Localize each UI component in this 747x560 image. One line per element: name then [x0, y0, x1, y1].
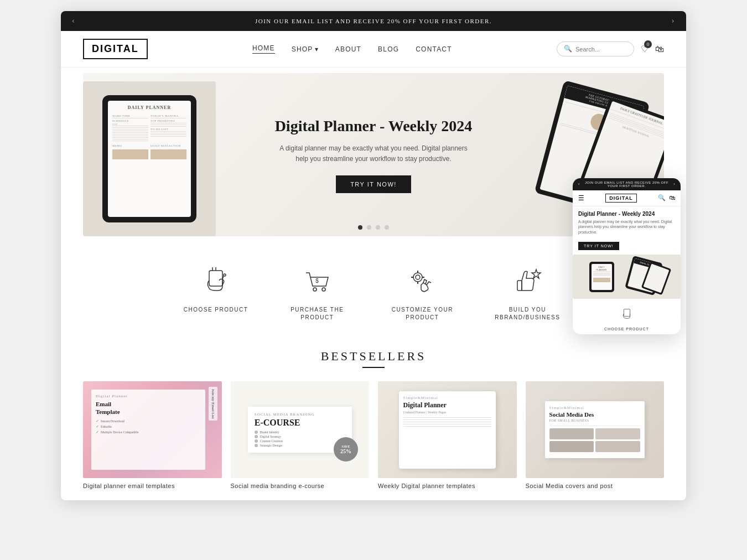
svg-point-6: [322, 288, 325, 291]
product-card-2[interactable]: Social Media Branding E-COURSE Brand Ide…: [231, 381, 370, 489]
shopping-cart-icon: $: [299, 264, 335, 299]
mobile-step-label: CHOOSE PRODUCT: [604, 327, 649, 331]
thumbs-up-star-icon: [510, 264, 545, 299]
nav-blog[interactable]: BLOG: [378, 45, 399, 53]
step-purchase-label: PURCHASE THE PRODUCT: [281, 306, 353, 322]
nav-contact[interactable]: CONTACT: [416, 45, 452, 53]
bestsellers-section: BESTSELLERS SALE Digital Planner EmailTe…: [61, 333, 686, 500]
product-name-3: Weekly Digital planner templates: [378, 483, 517, 489]
cart-button[interactable]: 🛍: [655, 44, 664, 54]
cart-icon: 🛍: [655, 44, 664, 54]
nav-about[interactable]: ABOUT: [335, 45, 361, 53]
mobile-hero-title: Digital Planner - Weekly 2024: [578, 211, 675, 217]
hero-title: Digital Planner - Weekly 2024: [274, 116, 473, 136]
search-input[interactable]: [575, 46, 631, 53]
nav-shop[interactable]: SHOP ▾: [292, 45, 319, 53]
svg-text:$: $: [316, 278, 319, 284]
hero-content: Digital Planner - Weekly 2024 A digital …: [274, 116, 473, 193]
mobile-hero-image: EMAIL GUIDE DAILY PLANNER: [573, 255, 681, 299]
mobile-nav: ☰ DIGITAL 🔍 🛍: [573, 190, 681, 206]
product-image-2: Social Media Branding E-COURSE Brand Ide…: [231, 381, 370, 478]
step-customize-label: CUSTOMIZE YOUR PRODUCT: [386, 306, 458, 322]
product-image-1: SALE Digital Planner EmailTemplate ✓ Ins…: [83, 381, 222, 478]
hero-cta-button[interactable]: TRY IT NOW!: [336, 175, 411, 193]
mobile-cart-icon[interactable]: 🛍: [669, 194, 675, 201]
slider-dot-3[interactable]: [376, 225, 380, 230]
hero-description: A digital planner may be exactly what yo…: [274, 143, 473, 164]
announcement-bar: ‹ JOIN OUR EMAIL LIST AND RECEIVE 20% OF…: [61, 11, 686, 31]
mobile-menu-icon[interactable]: ☰: [578, 194, 584, 202]
slider-dot-4[interactable]: [385, 225, 389, 230]
slider-dots: [358, 225, 389, 230]
nav-home[interactable]: HOME: [252, 44, 275, 54]
logo[interactable]: DIGITAL: [83, 39, 148, 59]
section-divider: [362, 367, 385, 368]
product-image-3: SALE Simple&Minimal Digital Planner Unda…: [378, 381, 517, 478]
chevron-down-icon: ▾: [315, 45, 319, 53]
product-name-4: Social Media covers and post: [526, 483, 665, 489]
bestsellers-title: BESTSELLERS: [83, 349, 664, 364]
header: DIGITAL HOME SHOP ▾ ABOUT BLOG CONTACT 🔍…: [61, 31, 686, 68]
svg-rect-16: [624, 309, 630, 317]
slider-dot-1[interactable]: [358, 225, 362, 230]
product-name-2: Social media branding e-course: [231, 483, 370, 489]
header-icons: 🔍 ♡ 0 🛍: [557, 42, 664, 56]
products-grid: SALE Digital Planner EmailTemplate ✓ Ins…: [83, 381, 664, 489]
gear-hand-icon: [404, 264, 440, 299]
svg-marker-15: [532, 269, 541, 278]
mobile-cta-button[interactable]: TRY IT NOW!: [578, 242, 619, 250]
announcement-text: JOIN OUR EMAIL LIST AND RECEIVE 20% OFF …: [255, 18, 492, 24]
wishlist-badge: 0: [644, 40, 652, 48]
announcement-next[interactable]: ›: [672, 17, 675, 25]
navigation: HOME SHOP ▾ ABOUT BLOG CONTACT: [252, 44, 452, 54]
mobile-hero-desc: A digital planner may be exactly what yo…: [578, 219, 675, 235]
product-card-1[interactable]: SALE Digital Planner EmailTemplate ✓ Ins…: [83, 381, 222, 489]
svg-point-8: [413, 273, 422, 282]
mobile-logo[interactable]: DIGITAL: [605, 194, 636, 203]
mobile-step-section: CHOOSE PRODUCT: [573, 303, 681, 334]
announcement-prev[interactable]: ‹: [72, 17, 75, 25]
step-purchase-product: $ PURCHASE THE PRODUCT: [281, 264, 353, 322]
mobile-next-icon[interactable]: ›: [673, 182, 675, 186]
step-build-brand: BUILD YOU RBRAND/BUSINESS: [491, 264, 563, 322]
tablet-mock-left: DAILY PLANNER WAKE TIME SCHEDULE 8:00: [102, 95, 196, 222]
wishlist-button[interactable]: ♡ 0: [641, 44, 649, 54]
step-choose-label: CHOOSE PRODUCT: [184, 306, 248, 314]
mobile-choose-icon: [619, 307, 635, 325]
step-customize-product: CUSTOMIZE YOUR PRODUCT: [386, 264, 458, 322]
svg-point-4: [224, 274, 226, 276]
product-card-4[interactable]: Simple&Minimal Social Media Des FOR SMAL…: [526, 381, 665, 489]
search-icon: 🔍: [564, 45, 572, 53]
search-box[interactable]: 🔍: [557, 42, 634, 56]
email-template-mock: Digital Planner EmailTemplate ✓ Instant …: [83, 381, 222, 478]
svg-rect-14: [517, 281, 522, 291]
product-image-4: Simple&Minimal Social Media Des FOR SMAL…: [526, 381, 665, 478]
save-badge-2: SAVE 25%: [334, 437, 358, 462]
svg-point-9: [416, 275, 420, 279]
product-card-3[interactable]: SALE Simple&Minimal Digital Planner Unda…: [378, 381, 517, 489]
step-choose-product: CHOOSE PRODUCT: [184, 264, 248, 322]
svg-point-5: [313, 288, 317, 291]
step-build-label: BUILD YOU RBRAND/BUSINESS: [491, 306, 563, 322]
product-name-1: Digital planner email templates: [83, 483, 222, 489]
slider-dot-2[interactable]: [367, 225, 371, 230]
hand-pointer-icon: [198, 264, 234, 299]
mobile-preview: ‹ JOIN OUR EMAIL LIST AND RECEIVE 20% OF…: [573, 178, 681, 334]
svg-rect-0: [209, 271, 222, 286]
hero-left-image: DAILY PLANNER WAKE TIME SCHEDULE 8:00: [83, 81, 216, 236]
mobile-hero-content: Digital Planner - Weekly 2024 A digital …: [573, 206, 681, 255]
mobile-search-icon[interactable]: 🔍: [658, 194, 666, 201]
browser-frame: ‹ JOIN OUR EMAIL LIST AND RECEIVE 20% OF…: [61, 11, 686, 500]
mobile-announcement: ‹ JOIN OUR EMAIL LIST AND RECEIVE 20% OF…: [573, 178, 681, 190]
